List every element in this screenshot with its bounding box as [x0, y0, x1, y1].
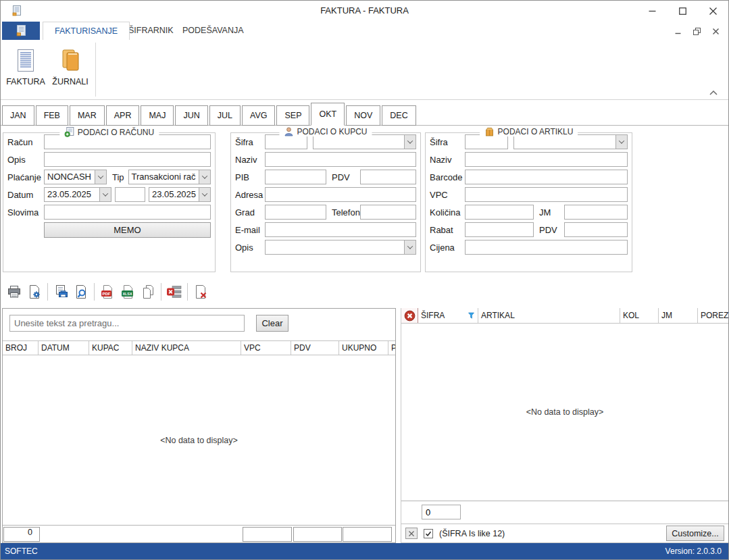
column-header-artikal[interactable]: ARTIKAL	[478, 308, 620, 323]
print-document-icon[interactable]	[51, 282, 71, 302]
artikal-jm-input[interactable]	[564, 205, 628, 220]
ribbon-tab-fakturisanje[interactable]: FAKTURISANJE	[43, 22, 130, 40]
mdi-minimize-icon[interactable]	[670, 25, 685, 37]
month-tab-dec[interactable]: DEC	[382, 105, 416, 126]
column-header-naziv-kupca[interactable]: NAZIV KUPCA	[132, 341, 241, 355]
kupac-opis-combo[interactable]	[265, 240, 416, 255]
kupac-sifra-input[interactable]	[265, 134, 307, 149]
faktura-button[interactable]: FAKTURA	[4, 43, 47, 96]
column-header-sifra[interactable]: ŠIFRA	[418, 308, 478, 323]
close-icon[interactable]	[698, 1, 728, 21]
group-artikal-legend: PODACI O ARTIKLU	[480, 127, 578, 136]
chevron-down-icon[interactable]	[404, 135, 416, 149]
file-menu-button[interactable]	[2, 22, 40, 40]
placanje-combo[interactable]: NONCASH	[44, 170, 107, 184]
kupac-telefon-input[interactable]	[360, 205, 416, 220]
datum-middle-input[interactable]	[115, 187, 145, 202]
column-header-kol[interactable]: KOL	[620, 308, 659, 323]
month-tab-jan[interactable]: JAN	[2, 105, 34, 126]
month-tab-maj[interactable]: MAJ	[141, 105, 174, 126]
slovima-input[interactable]	[44, 205, 211, 220]
month-tab-sep[interactable]: SEP	[276, 105, 309, 126]
chevron-down-icon[interactable]	[95, 170, 106, 184]
zurnali-button[interactable]: ŽURNALI	[49, 43, 92, 96]
invoice-grid-footer: 0	[3, 525, 395, 542]
clear-button[interactable]: Clear	[256, 315, 288, 332]
export-xlsx-icon[interactable]: XLSX	[118, 282, 138, 302]
column-header-jm[interactable]: JM	[659, 308, 698, 323]
customize-button[interactable]: Customize...	[666, 526, 724, 541]
artikal-cijena-input[interactable]	[465, 240, 628, 255]
artikal-sifra-input[interactable]	[465, 134, 508, 149]
opis-input[interactable]	[44, 152, 211, 167]
month-tab-jul[interactable]: JUL	[209, 105, 241, 126]
export-pdf-icon[interactable]: PDF	[97, 282, 118, 302]
column-header-p[interactable]: P	[388, 341, 395, 355]
collapse-ribbon-icon[interactable]	[709, 91, 718, 95]
artikal-barcode-input[interactable]	[465, 170, 628, 184]
filter-enabled-checkbox[interactable]	[424, 529, 433, 538]
month-tab-okt[interactable]: OKT	[311, 103, 345, 126]
artikal-kolicina-input[interactable]	[465, 205, 534, 220]
month-tab-apr[interactable]: APR	[106, 105, 140, 126]
items-footer-value[interactable]	[422, 505, 461, 519]
chevron-down-icon[interactable]	[199, 188, 210, 201]
print-icon[interactable]	[4, 282, 24, 302]
chevron-down-icon[interactable]	[615, 135, 627, 149]
month-tab-avg[interactable]: AVG	[242, 105, 275, 126]
filter-funnel-icon[interactable]	[468, 312, 474, 319]
kupac-adresa-input[interactable]	[265, 187, 416, 202]
mdi-close-icon[interactable]	[708, 25, 723, 37]
kupac-naziv-input[interactable]	[265, 152, 416, 167]
svg-text:XLSX: XLSX	[122, 292, 132, 296]
datum-from-picker[interactable]: 23.05.2025	[44, 187, 111, 202]
items-grid-body: <No data to display>	[401, 324, 728, 501]
column-header-datum[interactable]: DATUM	[39, 341, 89, 355]
kupac-pib-input[interactable]	[265, 170, 326, 184]
delete-rows-icon[interactable]	[164, 282, 184, 302]
kupac-email-input[interactable]	[265, 222, 416, 237]
maximize-icon[interactable]	[668, 1, 698, 21]
month-tab-nov[interactable]: NOV	[346, 105, 380, 126]
footer-ukupno-sum	[343, 527, 392, 542]
artikal-vpc-input[interactable]	[465, 187, 628, 202]
minimize-icon[interactable]	[637, 1, 668, 21]
artikal-sifra-combo[interactable]	[513, 134, 628, 149]
remove-filter-icon[interactable]	[405, 528, 418, 539]
tip-combo[interactable]: Transakcioni rač	[128, 170, 211, 184]
month-tab-feb[interactable]: FEB	[36, 105, 68, 126]
mdi-restore-icon[interactable]	[689, 25, 704, 37]
delete-all-items-icon[interactable]	[401, 308, 418, 323]
column-header-broj[interactable]: BROJ	[3, 341, 39, 355]
kupac-grad-input[interactable]	[265, 205, 326, 220]
faktura-button-label: FAKTURA	[6, 77, 45, 86]
chevron-down-icon[interactable]	[99, 188, 111, 201]
column-header-porez[interactable]: POREZ	[698, 308, 728, 323]
datum-to-picker[interactable]: 23.05.2025	[149, 187, 211, 202]
delete-document-icon[interactable]	[191, 282, 211, 302]
column-header-vpc[interactable]: VPC	[241, 341, 291, 355]
column-header-ukupno[interactable]: UKUPNO	[339, 341, 388, 355]
copy-document-icon[interactable]	[138, 282, 158, 302]
no-data-message: <No data to display>	[526, 407, 604, 417]
chevron-down-icon[interactable]	[199, 170, 210, 184]
kupac-opis-label: Opis	[235, 243, 265, 253]
memo-button[interactable]: MEMO	[44, 222, 211, 238]
ribbon-tab-podesavanja[interactable]: PODEŠAVANJA	[171, 22, 255, 40]
month-tab-mar[interactable]: MAR	[70, 105, 105, 126]
package-box-icon	[484, 127, 495, 136]
print-preview-icon[interactable]	[71, 282, 91, 302]
artikal-pdv-input[interactable]	[564, 222, 628, 237]
month-tab-jun[interactable]: JUN	[175, 105, 207, 126]
column-header-pdv[interactable]: PDV	[291, 341, 339, 355]
search-input[interactable]	[9, 315, 245, 332]
kupac-pdv-input[interactable]	[360, 170, 416, 184]
artikal-rabat-input[interactable]	[465, 222, 534, 237]
kupac-sifra-combo[interactable]	[313, 134, 416, 149]
page-setup-icon[interactable]	[24, 282, 45, 302]
group-artikal-title: PODACI O ARTIKLU	[498, 127, 574, 136]
chevron-down-icon[interactable]	[404, 240, 416, 254]
artikal-naziv-input[interactable]	[465, 152, 628, 167]
column-header-kupac[interactable]: KUPAC	[89, 341, 132, 355]
toolbar-separator	[47, 283, 48, 301]
